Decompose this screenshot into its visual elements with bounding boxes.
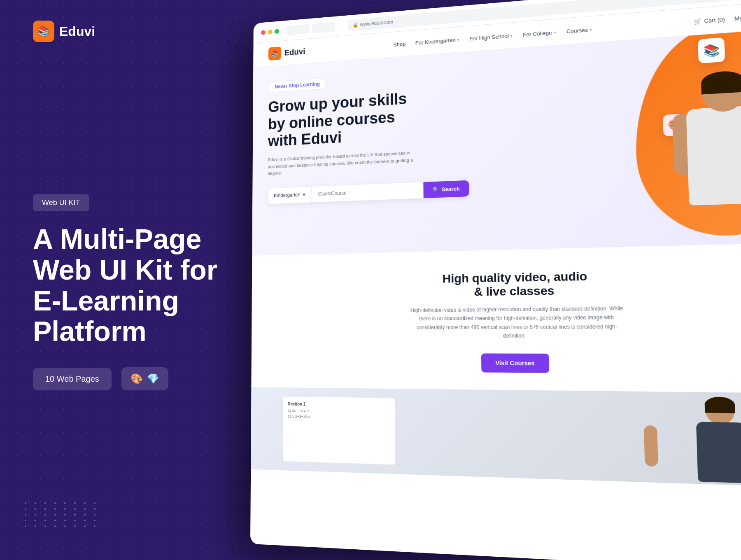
- site-nav-actions: 🛒 Cart (0) My Account 👤: [694, 9, 741, 28]
- brand-logo: 📚 Eduvi: [33, 21, 95, 42]
- browser-maximize-dot: [275, 29, 279, 34]
- hero-image-area: 📚 💡 🎨 🏆: [615, 27, 741, 256]
- whiteboard: Section 1 1) 4x - 10 = ? 2) 1-2+3+19 =: [282, 396, 396, 465]
- quality-title: High quality video, audio& live classes: [267, 266, 741, 301]
- nav-shop[interactable]: Shop: [393, 40, 405, 47]
- browser-close-dot: [261, 30, 266, 35]
- site-logo: 📚 Eduvi: [268, 44, 305, 61]
- figma-icon: 🎨: [130, 373, 143, 385]
- chevron-down-icon: ▾: [303, 192, 305, 198]
- equation-line1: 1) 4x - 10 = ?: [288, 408, 390, 414]
- headline-line1: A Multi-Page: [33, 223, 201, 254]
- site-logo-icon: 📚: [268, 47, 281, 61]
- nav-courses[interactable]: Courses ▾: [566, 26, 592, 35]
- cart-icon: 🛒: [694, 18, 701, 25]
- equation-line2: 2) 1-2+3+19 =: [288, 414, 390, 420]
- cart-button[interactable]: 🛒 Cart (0): [694, 16, 725, 25]
- teacher-section: Section 1 1) 4x - 10 = ? 2) 1-2+3+19 =: [251, 387, 741, 488]
- hero-subtext: Eduvi is a Global training provider base…: [268, 149, 419, 177]
- logo-text: Eduvi: [59, 24, 95, 39]
- bottom-badges: 10 Web Pages 🎨 💎: [33, 367, 226, 390]
- hero-badge: Never Stop Learning: [268, 78, 326, 93]
- site-nav-links: Shop For Kindergarten ▾ For High School …: [393, 26, 592, 48]
- search-button[interactable]: 🔍 Search: [423, 180, 469, 198]
- chevron-down-icon: ▾: [457, 37, 459, 42]
- nav-college[interactable]: For College ▾: [523, 29, 556, 37]
- nav-kindergarten[interactable]: For Kindergarten ▾: [415, 36, 459, 46]
- headline-line4: Platform: [33, 315, 147, 347]
- logo-icon: 📚: [33, 21, 54, 42]
- float-book-card: 📚: [698, 37, 725, 63]
- dot-grid-bottom-left: [25, 502, 100, 527]
- chevron-down-icon: ▾: [510, 33, 513, 37]
- hero-search-bar: Kindergarten ▾ 🔍 Search: [268, 180, 469, 204]
- section-label: Section 1: [288, 401, 390, 408]
- teacher-figure: [671, 392, 741, 486]
- account-button[interactable]: My Account 👤: [734, 9, 741, 25]
- chevron-down-icon: ▾: [554, 30, 556, 34]
- headline-line3: E-Learning: [33, 285, 179, 316]
- chevron-down-icon: ▾: [590, 27, 592, 32]
- search-icon: 🔍: [432, 187, 439, 193]
- category-select[interactable]: Kindergarten ▾: [268, 187, 312, 204]
- left-panel: 📚 Eduvi Web UI KIT A Multi-Page Web UI K…: [0, 0, 259, 560]
- search-input[interactable]: [312, 182, 423, 202]
- nav-high-school[interactable]: For High School ▾: [469, 32, 513, 42]
- quality-description: High-definition video is video of higher…: [407, 304, 627, 340]
- quality-section: High quality video, audio& live classes …: [251, 243, 741, 393]
- site-content: 📚 Eduvi Shop For Kindergarten ▾ For High…: [250, 0, 741, 560]
- pages-badge: 10 Web Pages: [33, 368, 112, 390]
- web-ui-kit-badge: Web UI KIT: [33, 194, 89, 211]
- visit-courses-button[interactable]: Visit Courses: [481, 353, 549, 373]
- browser-traffic-lights: [261, 29, 279, 35]
- main-headline: A Multi-Page Web UI Kit for E-Learning P…: [33, 224, 226, 347]
- tool-icons-badge: 🎨 💎: [121, 367, 168, 390]
- book-icon: 📚: [703, 43, 720, 58]
- browser-mockup: 🔒 www.eduvi.com 📚 Eduvi Shop For Kinderg…: [250, 0, 741, 560]
- hero-headline: Grow up your skillsby online courseswith…: [268, 88, 443, 150]
- headline-line2: Web UI Kit for: [33, 254, 217, 285]
- browser-minimize-dot: [268, 29, 272, 34]
- site-logo-text: Eduvi: [284, 47, 305, 58]
- sketch-icon: 💎: [147, 373, 159, 385]
- logo-emoji: 📚: [37, 26, 50, 37]
